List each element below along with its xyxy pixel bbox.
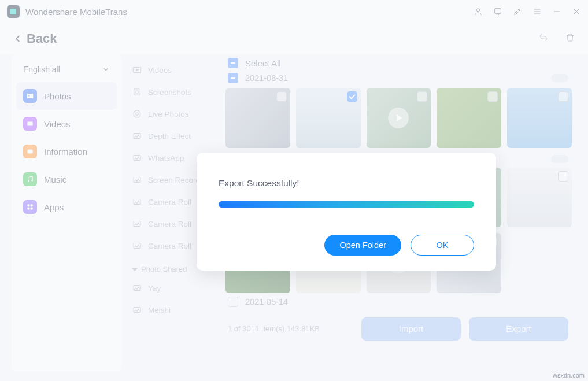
- ok-button[interactable]: OK: [411, 235, 474, 256]
- progress-bar: [219, 201, 474, 208]
- export-success-dialog: Export Successfully! Open Folder OK: [197, 153, 496, 271]
- dialog-message: Export Successfully!: [219, 178, 474, 188]
- open-folder-button[interactable]: Open Folder: [324, 235, 401, 256]
- watermark: wsxdn.com: [553, 372, 585, 379]
